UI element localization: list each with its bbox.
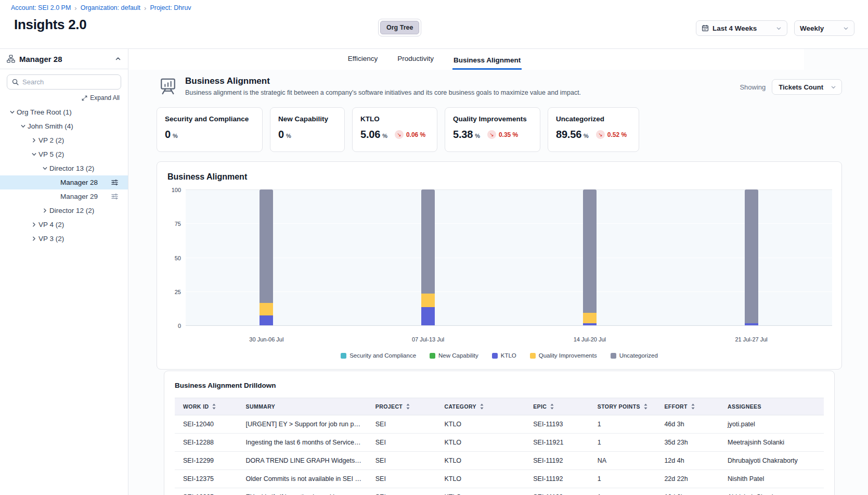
tab-business-alignment[interactable]: Business Alignment — [452, 56, 522, 70]
showing-label: Showing — [740, 83, 766, 91]
sort-icon[interactable] — [480, 403, 484, 410]
sort-icon[interactable] — [643, 403, 648, 410]
kpi-delta-value: 0.52 % — [607, 131, 627, 138]
column-header-work-id[interactable]: Work ID — [175, 398, 240, 415]
chevron-down-icon — [831, 84, 836, 90]
breadcrumb-project-link[interactable]: Project: Dhruv — [150, 4, 191, 11]
tree-item[interactable]: VP 5 (2) — [0, 147, 128, 161]
column-header-epic[interactable]: Epic — [527, 398, 591, 415]
bar-segment-ktlo[interactable] — [260, 315, 273, 325]
tree-item[interactable]: Director 13 (2) — [0, 161, 128, 175]
expand-all-button[interactable]: Expand All — [0, 91, 128, 103]
sort-icon[interactable] — [406, 403, 410, 410]
column-header-story-points[interactable]: Story Points — [591, 398, 658, 415]
x-tick-label: 14 Jul-20 Jul — [574, 336, 606, 342]
bar-segment-quality-improvements[interactable] — [583, 313, 597, 323]
breadcrumb-organization-link[interactable]: Organization: default — [81, 4, 140, 11]
sidebar-search[interactable] — [7, 74, 121, 90]
tree-item[interactable]: VP 3 (2) — [0, 232, 128, 246]
tree-item[interactable]: Org Tree Root (1) — [0, 105, 128, 119]
bar-segment-quality-improvements[interactable] — [260, 303, 273, 315]
legend-item[interactable]: Quality Improvements — [530, 352, 597, 359]
chevron-down-icon[interactable] — [29, 151, 38, 157]
legend-item[interactable]: Security and Compliance — [341, 352, 416, 359]
kpi-delta-value: 0.06 % — [406, 131, 425, 138]
chevron-right-icon[interactable] — [29, 236, 38, 242]
chevron-down-icon — [843, 26, 849, 31]
bar-segment-uncategorized[interactable] — [260, 189, 273, 303]
legend-item[interactable]: New Capability — [430, 352, 478, 359]
tree-item[interactable]: Manager 29 — [0, 189, 128, 204]
column-label: Work ID — [183, 403, 209, 410]
search-icon — [12, 79, 19, 85]
drilldown-title: Business Alignment Drilldown — [175, 382, 824, 389]
bar-segment-uncategorized[interactable] — [583, 189, 597, 313]
kpi-card: New Capability 0 % — [270, 107, 345, 152]
stacked-bar[interactable] — [421, 189, 435, 325]
column-header-category[interactable]: Category — [438, 398, 527, 415]
tree-item[interactable]: VP 2 (2) — [0, 133, 128, 147]
tree-item[interactable]: VP 4 (2) — [0, 218, 128, 232]
sort-icon[interactable] — [212, 403, 216, 410]
stacked-bar[interactable] — [260, 189, 273, 325]
date-range-value: Last 4 Weeks — [712, 24, 757, 32]
tab-productivity[interactable]: Productivity — [396, 55, 435, 70]
stacked-bar[interactable] — [583, 189, 597, 325]
sort-icon[interactable] — [550, 403, 554, 410]
table-row[interactable]: SEI-12040[URGENT] EY > Support for job r… — [175, 415, 824, 434]
table-row[interactable]: SEI-12375Older Commits is not available … — [175, 470, 824, 488]
tree-item[interactable]: Director 12 (2) — [0, 204, 128, 218]
bar-segment-quality-improvements[interactable] — [421, 294, 435, 307]
org-tree-toggle-wrap: Org Tree — [378, 19, 421, 36]
showing-select[interactable]: Tickets Count — [772, 79, 842, 95]
date-range-select[interactable]: Last 4 Weeks — [696, 20, 787, 36]
tree-item[interactable]: Manager 28 — [0, 175, 128, 189]
chevron-right-icon[interactable] — [29, 137, 38, 143]
tab-efficiency[interactable]: Efficiency — [347, 55, 379, 70]
bar-segment-ktlo[interactable] — [745, 323, 758, 325]
table-row[interactable]: SEI-12305EY > Verify if ingestion is wor… — [175, 488, 824, 495]
chevron-down-icon[interactable] — [18, 123, 28, 129]
bar-segment-uncategorized[interactable] — [745, 189, 758, 323]
legend-swatch — [492, 353, 498, 359]
table-cell: SEI-12305 — [175, 488, 240, 495]
filter-sliders-icon[interactable] — [111, 179, 119, 186]
table-cell: 22d 22h — [658, 470, 721, 488]
org-tree-button[interactable]: Org Tree — [380, 21, 419, 34]
y-tick-label: 25 — [175, 289, 181, 295]
column-header-effort[interactable]: Effort — [658, 398, 721, 415]
table-cell: Older Commits is not available in SEI - … — [240, 470, 369, 488]
kpi-delta-badge: ↘ 0.06 % — [395, 130, 425, 139]
granularity-select[interactable]: Weekly — [794, 20, 854, 36]
chevron-down-icon[interactable] — [7, 109, 17, 115]
chevron-right-icon[interactable] — [29, 222, 38, 227]
chevron-right-icon[interactable] — [40, 208, 49, 213]
calendar-icon — [702, 24, 709, 32]
kpi-unit: % — [382, 133, 387, 139]
tab-label: Efficiency — [348, 55, 378, 62]
bar-segment-ktlo[interactable] — [583, 323, 597, 325]
kpi-unit: % — [475, 133, 480, 139]
breadcrumb-account-link[interactable]: Account: SEI 2.0 PM — [11, 4, 71, 11]
sort-icon[interactable] — [691, 403, 695, 410]
bar-segment-ktlo[interactable] — [421, 307, 435, 325]
stacked-bar[interactable] — [745, 189, 758, 325]
legend-item[interactable]: Uncategorized — [611, 352, 658, 359]
kpi-value: 5.06 — [360, 129, 380, 141]
filter-sliders-icon[interactable] — [111, 193, 119, 200]
table-row[interactable]: SEI-12288Ingesting the last 6 months of … — [175, 434, 824, 452]
table-row[interactable]: SEI-12299DORA TREND LINE GRAPH Widgets i… — [175, 452, 824, 470]
bar-segment-uncategorized[interactable] — [421, 189, 435, 294]
search-input[interactable] — [22, 78, 116, 86]
kpi-delta-badge: ↘ 0.52 % — [596, 130, 627, 139]
legend-item[interactable]: KTLO — [492, 352, 516, 359]
collapse-sidebar-icon[interactable] — [115, 56, 121, 62]
gridline — [186, 291, 832, 292]
tree-item-label: Manager 28 — [60, 179, 98, 186]
chevron-down-icon — [776, 26, 782, 31]
granularity-value: Weekly — [800, 24, 824, 32]
chevron-down-icon[interactable] — [40, 166, 49, 171]
column-header-project[interactable]: Project — [369, 398, 438, 415]
chart-title: Business Alignment — [167, 172, 832, 182]
tree-item[interactable]: John Smith (4) — [0, 119, 128, 133]
